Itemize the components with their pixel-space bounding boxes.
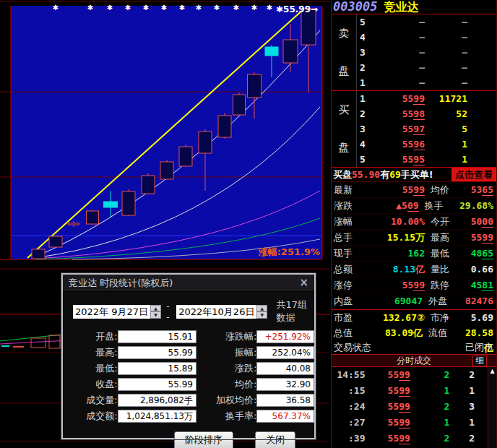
tick-row[interactable]: :15559911 <box>332 383 496 399</box>
stat-row: 涨停5599跌停4581 <box>332 277 496 293</box>
stat-row: 总值83.09亿流值28.58亿 <box>332 325 496 340</box>
dialog-title: 竞业达 时段统计(除权后) <box>69 277 173 288</box>
tick-row[interactable]: 14:55559922 <box>332 367 496 383</box>
date-from-field[interactable]: 2022年 9月27日 <box>73 305 150 319</box>
buy-row-2[interactable]: 2559852 <box>357 106 496 121</box>
scroll-up-icon[interactable]: ▲ <box>488 367 496 375</box>
buy-row-5[interactable]: 555951 <box>357 152 496 167</box>
big-order-alert: 买盘55.90有69手买单! 点击查看 <box>332 168 496 182</box>
svg-text:✱: ✱ <box>179 4 185 12</box>
svg-text:✱: ✱ <box>53 4 59 12</box>
stat-row: 总额8.13亿量比0.66 <box>332 262 496 277</box>
stat-field-row: 最高:55.99 振幅:252.04% <box>63 345 314 361</box>
low-value: 15.89 <box>118 362 196 375</box>
date-range-row: 2022年 9月27日 ▲ ▼ -- 2022年10月26日 ▲ ▼ 共17组数… <box>73 298 314 324</box>
amplitude-value: 252.04% <box>256 346 314 359</box>
quote-panel: 003005 竞业达 卖 盘 5—— 4—— 3—— 2—— 1—— 买 盘 1… <box>331 0 497 448</box>
svg-text:✱: ✱ <box>87 4 93 12</box>
tick-list-header: 分时成交 细 <box>332 354 496 367</box>
svg-text:✱: ✱ <box>161 4 167 12</box>
weighted-avg-value: 36.58 <box>256 394 314 407</box>
buy-row-4[interactable]: 455961 <box>357 137 496 152</box>
dialog-titlebar[interactable]: 竞业达 时段统计(除权后) × <box>63 275 314 292</box>
stat-row: 市盈132.67②市净5.69 <box>332 310 496 325</box>
trade-status-row: 交易状态已闭市 <box>332 340 496 354</box>
pct-change-value: +251.92% <box>256 330 314 343</box>
sell-row-1[interactable]: 1—— <box>357 75 496 90</box>
buy-row-1[interactable]: 1559911721 <box>357 91 496 106</box>
stock-code: 003005 <box>333 0 377 14</box>
spin-up-icon[interactable]: ▲ <box>150 305 161 312</box>
period-stats-dialog: 竞业达 时段统计(除权后) × 2022年 9月27日 ▲ ▼ -- 2022年… <box>61 273 316 439</box>
tick-row[interactable]: :39559922 <box>332 431 496 447</box>
stat-row: 内盘69047外盘82476 <box>332 293 496 309</box>
sell-row-3[interactable]: 3—— <box>357 45 496 60</box>
high-value: 55.99 <box>118 346 196 359</box>
date-to-field[interactable]: 2022年10月26日 <box>176 305 256 319</box>
svg-text:✱55.99→: ✱55.99→ <box>276 4 318 14</box>
stat-row: 总手15.15万最高5599 <box>332 230 496 246</box>
volume-value: 2,896,082手 <box>118 394 196 407</box>
date-from-spinner[interactable]: ▲ ▼ <box>150 305 161 319</box>
view-detail-button[interactable]: 点击查看 <box>451 168 496 181</box>
spin-down-icon[interactable]: ▼ <box>256 311 267 319</box>
spin-down-icon[interactable]: ▼ <box>150 311 161 319</box>
buy-label: 买 盘 <box>332 91 357 167</box>
stat-row: 现手162最低4865 <box>332 246 496 262</box>
turnover-rate-value: 567.37% <box>256 410 314 423</box>
svg-text:✱: ✱ <box>196 4 202 12</box>
stock-name: 竞业达 <box>384 0 419 14</box>
svg-text:✱: ✱ <box>143 4 149 12</box>
close-value: 55.99 <box>118 378 196 391</box>
tick-list: 14:55559922 :15559911 :24559923 :2755991… <box>332 367 496 448</box>
buy-row-3[interactable]: 355975 <box>357 121 496 137</box>
stat-field-row: 收盘:55.99 均价:32.90 <box>63 376 314 392</box>
date-separator: -- <box>166 301 171 322</box>
open-value: 15.91 <box>118 330 196 343</box>
quote-stats: 最新5599均价5365 涨跌▲509换手29.68% 涨幅10.00%今开50… <box>332 182 496 309</box>
tab-detail[interactable]: 细 <box>472 356 487 366</box>
group-count: 共17组数据 <box>276 298 314 324</box>
svg-text:涨幅:251.9%: 涨幅:251.9% <box>259 246 320 257</box>
close-button[interactable]: 关闭 <box>255 431 295 448</box>
svg-text:✱: ✱ <box>267 4 272 12</box>
stage-sort-button[interactable]: 阶段排序 <box>174 431 233 448</box>
stat-row: 涨跌▲509换手29.68% <box>332 198 496 214</box>
stat-row: 最新5599均价5365 <box>332 182 496 198</box>
svg-text:✱: ✱ <box>107 4 113 12</box>
svg-text:✱: ✱ <box>125 4 131 12</box>
valuation-block: 市盈132.67②市净5.69 总值83.09亿流值28.58亿 交易状态已闭市 <box>332 309 496 354</box>
stat-field-row: 开盘:15.91 涨跌幅:+251.92% <box>63 329 314 345</box>
stock-header: 003005 竞业达 <box>332 0 496 14</box>
stat-row: 涨幅10.00%今开5000 <box>332 214 496 230</box>
tick-row[interactable]: :24559923 <box>332 399 496 415</box>
svg-text:✱: ✱ <box>214 4 220 12</box>
sell-order-book: 卖 盘 5—— 4—— 3—— 2—— 1—— <box>332 14 496 91</box>
stat-field-row: 成交额:1,024,851.13万 换手率:567.37% <box>63 408 314 424</box>
sell-row-2[interactable]: 2—— <box>357 60 496 75</box>
tick-row[interactable]: :27559911 <box>332 415 496 431</box>
sell-label: 卖 盘 <box>332 14 357 90</box>
sell-row-4[interactable]: 4—— <box>357 30 496 45</box>
svg-text:✱: ✱ <box>233 4 239 12</box>
amount-value: 1,024,851.13万 <box>118 410 196 423</box>
stat-field-row: 成交量:2,896,082手 加权均价:36.58 <box>63 392 314 408</box>
change-value: 40.08 <box>256 362 314 375</box>
stat-field-row: 最低:15.89 涨跌:40.08 <box>63 361 314 376</box>
buy-order-book: 买 盘 1559911721 2559852 355975 455961 555… <box>332 91 496 168</box>
spin-up-icon[interactable]: ▲ <box>256 305 267 312</box>
tick-scrollbar[interactable]: ▲ <box>488 367 496 448</box>
svg-text:✱: ✱ <box>251 4 257 12</box>
avg-price-value: 32.90 <box>256 378 314 391</box>
sell-row-5[interactable]: 5—— <box>357 14 496 30</box>
close-icon[interactable]: × <box>299 275 308 291</box>
date-to-spinner[interactable]: ▲ ▼ <box>256 305 267 319</box>
